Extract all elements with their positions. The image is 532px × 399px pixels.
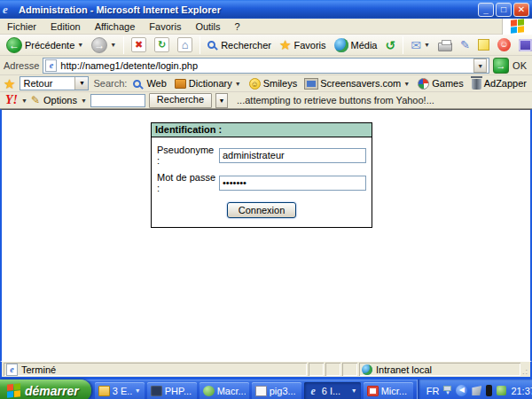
windows-logo-icon bbox=[511, 19, 524, 34]
login-form: Identification : Pseudonyme : Mot de pas… bbox=[151, 122, 372, 228]
yahoo-options-label[interactable]: Options bbox=[43, 95, 77, 106]
yahoo-logo[interactable]: Y! bbox=[5, 93, 18, 107]
history-button[interactable]: ↺ bbox=[382, 37, 398, 53]
yahoo-messenger-button[interactable]: ☺ bbox=[495, 37, 513, 52]
zone-globe-icon bbox=[362, 364, 372, 375]
minimize-button[interactable]: _ bbox=[478, 3, 494, 17]
yahoo-dropdown-icon[interactable]: ▼ bbox=[21, 98, 27, 104]
network-tray-icon[interactable] bbox=[472, 386, 481, 395]
menu-edition[interactable]: Edition bbox=[43, 20, 88, 34]
address-url[interactable]: http://nameg1/detente/login.php bbox=[60, 60, 470, 71]
favorites-star-icon: ★ bbox=[279, 38, 291, 51]
task-label: Micr... bbox=[381, 386, 410, 396]
menu-affichage[interactable]: Affichage bbox=[88, 20, 143, 34]
screensavers-button[interactable]: Screensavers.com ▼ bbox=[303, 78, 411, 89]
username-label: Pseudonyme : bbox=[157, 145, 219, 166]
status-pane bbox=[309, 363, 324, 376]
dictionary-dropdown-icon[interactable]: ▼ bbox=[235, 81, 241, 87]
task-explorer-group[interactable]: 3 E... ▼ bbox=[95, 382, 145, 399]
dictionary-button[interactable]: Dictionary ▼ bbox=[173, 78, 243, 89]
back-icon: ← bbox=[6, 37, 22, 53]
refresh-button[interactable]: ↻ bbox=[152, 36, 172, 53]
language-indicator[interactable]: FR bbox=[426, 386, 440, 396]
back-button[interactable]: ← Précédente ▼ bbox=[4, 36, 86, 54]
dreamweaver-icon bbox=[203, 386, 215, 396]
username-input[interactable] bbox=[219, 148, 366, 163]
task-label: PHP... bbox=[165, 386, 193, 396]
connexion-button[interactable]: Connexion bbox=[227, 202, 297, 218]
refresh-icon: ↻ bbox=[154, 37, 169, 52]
back-label: Précédente bbox=[25, 40, 74, 51]
maximize-button[interactable]: □ bbox=[496, 3, 512, 17]
media-globe-icon bbox=[334, 38, 348, 52]
smileys-button[interactable]: ☺ Smileys bbox=[247, 78, 300, 90]
task-microsoft-app[interactable]: Micr... bbox=[364, 382, 413, 399]
stop-button[interactable]: ✖ bbox=[129, 36, 149, 53]
favorites-button[interactable]: ★ Favoris bbox=[277, 37, 329, 52]
yahoo-search-dropdown-icon[interactable]: ▼ bbox=[215, 93, 228, 108]
discuss-button[interactable] bbox=[475, 38, 492, 51]
forward-button[interactable]: → ▼ bbox=[89, 36, 119, 54]
title-bar: e Administration - Microsoft Internet Ex… bbox=[0, 0, 532, 19]
mail-dropdown-icon[interactable]: ▼ bbox=[424, 42, 430, 48]
menu-aide[interactable]: ? bbox=[228, 20, 247, 34]
task-ie-group[interactable]: e 6 I... ▼ bbox=[304, 382, 361, 399]
options-dropdown-icon[interactable]: ▼ bbox=[81, 98, 87, 104]
edit-icon: ✎ bbox=[460, 38, 470, 51]
clock[interactable]: 21:37 bbox=[511, 386, 532, 396]
adzapper-button[interactable]: AdZapper bbox=[470, 77, 528, 90]
task-buttons: 3 E... ▼ PHP... Macr... pig3... e 6 I...… bbox=[91, 379, 417, 399]
smileys-label: Smileys bbox=[263, 78, 298, 89]
language-bar-options[interactable]: ▼ bbox=[443, 386, 451, 395]
toolbar-separator bbox=[403, 36, 403, 54]
device-tray-icon[interactable] bbox=[486, 385, 492, 396]
address-field[interactable]: e http://nameg1/detente/login.php ▼ bbox=[43, 58, 489, 74]
forward-icon: → bbox=[91, 37, 107, 53]
go-button[interactable]: → bbox=[493, 58, 509, 74]
monitor-icon bbox=[305, 79, 317, 89]
antivirus-tray-icon[interactable] bbox=[497, 386, 506, 395]
search-button[interactable]: Rechercher bbox=[205, 39, 274, 51]
forward-dropdown-icon[interactable]: ▼ bbox=[110, 42, 116, 48]
menu-outils[interactable]: Outils bbox=[188, 20, 227, 34]
task-php-editor[interactable]: PHP... bbox=[147, 382, 197, 399]
home-button[interactable]: ⌂ bbox=[175, 36, 195, 53]
note-icon bbox=[478, 39, 489, 51]
web-search-button[interactable]: Web bbox=[131, 78, 168, 89]
search-history-combo[interactable]: Retour ▼ bbox=[20, 76, 89, 90]
print-button[interactable] bbox=[435, 38, 455, 52]
menu-favoris[interactable]: Favoris bbox=[142, 20, 188, 34]
mail-icon: ✉ bbox=[411, 38, 421, 52]
edit-button[interactable]: ✎ bbox=[458, 37, 473, 52]
screensavers-dropdown-icon[interactable]: ▼ bbox=[403, 81, 410, 87]
task-label: 6 I... bbox=[322, 386, 348, 396]
hide-icons-chevron[interactable]: ◀ bbox=[456, 385, 467, 396]
yahoo-messenger-icon: ☺ bbox=[497, 38, 511, 51]
window-title: Administration - Microsoft Internet Expl… bbox=[19, 4, 476, 15]
password-input[interactable] bbox=[219, 176, 366, 191]
web-search-icon bbox=[133, 80, 141, 88]
task-image-doc[interactable]: pig3... bbox=[252, 382, 301, 399]
resize-grip: .: bbox=[522, 367, 528, 376]
menu-fichier[interactable]: Fichier bbox=[0, 20, 43, 34]
task-macromedia[interactable]: Macr... bbox=[200, 382, 249, 399]
dictionary-book-icon bbox=[175, 79, 186, 89]
close-button[interactable]: ✕ bbox=[513, 3, 529, 17]
toolbar-separator bbox=[200, 36, 200, 54]
yahoo-search-input[interactable] bbox=[90, 94, 145, 107]
stop-icon: ✖ bbox=[131, 37, 146, 52]
media-button[interactable]: Média bbox=[332, 37, 380, 53]
address-dropdown-icon[interactable]: ▼ bbox=[473, 59, 487, 73]
games-button[interactable]: Games bbox=[416, 78, 465, 90]
yahoo-search-button[interactable]: Recherche bbox=[149, 93, 212, 108]
page-content: Identification : Pseudonyme : Mot de pas… bbox=[0, 109, 532, 361]
start-button[interactable]: démarrer bbox=[0, 379, 91, 399]
media-bar-button[interactable] bbox=[516, 38, 532, 52]
status-bar: e Terminé Intranet local .: bbox=[0, 361, 532, 377]
screensavers-label: Screensavers.com bbox=[320, 78, 401, 89]
mail-button[interactable]: ✉ ▼ bbox=[408, 37, 433, 53]
combo-dropdown-icon[interactable]: ▼ bbox=[74, 77, 88, 90]
favorites-label: Favoris bbox=[293, 40, 325, 51]
back-dropdown-icon[interactable]: ▼ bbox=[77, 42, 83, 48]
adzapper-label: AdZapper bbox=[484, 78, 527, 89]
